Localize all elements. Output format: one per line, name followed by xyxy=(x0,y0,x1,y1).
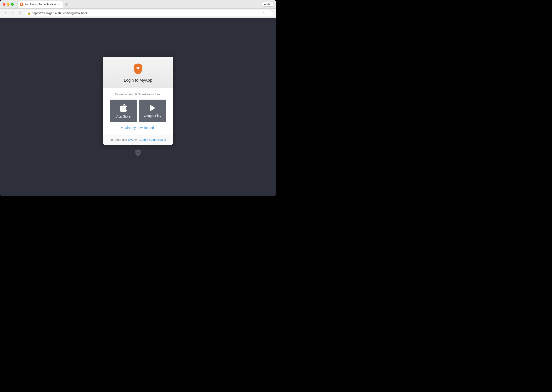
bottom-logo xyxy=(135,149,141,157)
google-play-icon xyxy=(149,104,156,112)
minimize-button[interactable] xyxy=(7,3,10,6)
bookmark-icon[interactable]: ☆ xyxy=(262,11,265,15)
forward-button[interactable] xyxy=(10,10,15,16)
browser-window: 2nd Factor Authentication × Auth0 xyxy=(0,0,276,196)
svg-point-1 xyxy=(22,4,22,5)
download-text: Download Auth0 Guardian for free: xyxy=(115,92,161,96)
card-body: Download Auth0 Guardian for free: App St… xyxy=(103,88,173,135)
tab-close-button[interactable]: × xyxy=(57,3,60,6)
store-buttons: App Store Google Play xyxy=(110,100,166,122)
url-bar[interactable]: 🔒 https://reviewgen.auth0.com/login/call… xyxy=(25,10,273,16)
card-title: Login to MyApp xyxy=(124,78,152,83)
google-play-button[interactable]: Google Play xyxy=(139,100,166,122)
app-store-label: App Store xyxy=(116,115,131,118)
tab-bar: 2nd Factor Authentication × xyxy=(17,1,260,8)
url-text: https://reviewgen.auth0.com/login/callba… xyxy=(32,11,87,15)
card-footer: I'd rather use SMS or Google Authenticat… xyxy=(103,135,173,145)
browser-tab[interactable]: 2nd Factor Authentication × xyxy=(17,1,63,8)
auth0-menu-button[interactable]: Auth0 xyxy=(262,2,273,7)
svg-rect-2 xyxy=(65,3,68,6)
google-authenticator-link[interactable]: Google Authenticator xyxy=(138,138,166,141)
or-text: or xyxy=(134,138,139,141)
already-downloaded-link[interactable]: I've already downloaded it xyxy=(120,126,156,130)
back-button[interactable] xyxy=(3,10,8,16)
tab-label: 2nd Factor Authentication xyxy=(25,3,56,6)
apple-icon xyxy=(120,104,127,112)
auth0-shield-logo xyxy=(132,63,144,75)
address-bar: 🔒 https://reviewgen.auth0.com/login/call… xyxy=(0,9,276,18)
maximize-button[interactable] xyxy=(11,3,14,6)
app-store-button[interactable]: App Store xyxy=(110,100,137,122)
sms-link[interactable]: SMS xyxy=(128,138,134,141)
google-play-label: Google Play xyxy=(144,114,161,118)
svg-marker-4 xyxy=(150,105,155,111)
tab-favicon xyxy=(20,2,23,6)
title-bar: 2nd Factor Authentication × Auth0 xyxy=(0,0,276,9)
page-content: Login to MyApp Download Auth0 Guardian f… xyxy=(0,18,276,196)
footer-text: I'd rather use xyxy=(110,138,128,141)
browser-menu-icon[interactable]: ⋮ xyxy=(267,11,271,15)
new-tab-button[interactable] xyxy=(64,2,69,7)
url-actions: ☆ ⋮ xyxy=(262,11,271,15)
close-button[interactable] xyxy=(3,3,6,6)
auth-card: Login to MyApp Download Auth0 Guardian f… xyxy=(103,57,173,145)
card-header: Login to MyApp xyxy=(103,57,173,88)
traffic-lights xyxy=(3,3,14,6)
refresh-button[interactable] xyxy=(17,10,23,16)
lock-icon: 🔒 xyxy=(27,12,30,15)
